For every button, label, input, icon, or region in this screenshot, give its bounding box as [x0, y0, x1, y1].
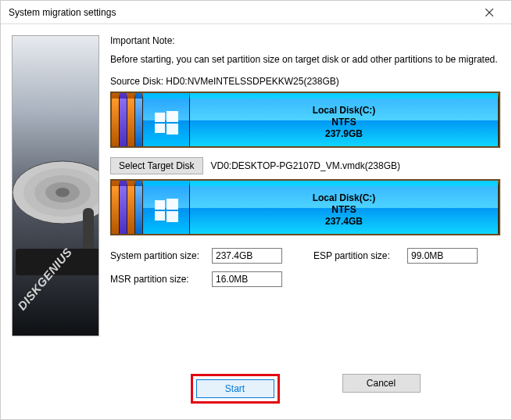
- windows-icon: [153, 109, 180, 136]
- select-target-button[interactable]: Select Target Disk: [110, 157, 203, 174]
- target-disk-label: VD0:DESKTOP-PG2107D_VM.vmdk(238GB): [211, 160, 401, 171]
- size-fields: System partition size: ESP partition siz…: [110, 248, 500, 287]
- partition-segment: [112, 181, 120, 234]
- windows-partition-icon: [143, 181, 190, 234]
- dialog-buttons: Start Cancel: [110, 374, 500, 410]
- svg-rect-11: [155, 124, 165, 133]
- system-size-input[interactable]: [212, 248, 282, 264]
- svg-rect-16: [166, 211, 178, 222]
- svg-rect-9: [155, 113, 165, 122]
- svg-point-6: [55, 188, 70, 197]
- partition-size: 237.9GB: [325, 128, 363, 140]
- partition-segment: [127, 181, 135, 234]
- titlebar: System migration settings: [1, 1, 511, 24]
- source-disk-label: Source Disk: HD0:NVMeINTELSSDPEKKW25(238…: [110, 76, 500, 87]
- close-button[interactable]: [474, 1, 505, 23]
- msr-size-label: MSR partition size:: [110, 274, 212, 285]
- window-title: System migration settings: [9, 7, 474, 18]
- note-text: Before starting, you can set partition s…: [110, 54, 500, 65]
- svg-rect-10: [166, 111, 178, 122]
- partition-segment: [135, 93, 143, 146]
- esp-size-label: ESP partition size:: [313, 250, 407, 261]
- start-button[interactable]: Start: [196, 379, 274, 398]
- esp-size-input[interactable]: [407, 248, 478, 264]
- start-highlight: Start: [191, 374, 280, 404]
- msr-size-input[interactable]: [212, 271, 282, 287]
- partition-segment: [127, 93, 135, 146]
- partition-name: Local Disk(C:): [313, 192, 376, 204]
- partition-fs: NTFS: [331, 117, 356, 128]
- target-main-partition: Local Disk(C:) NTFS 237.4GB: [190, 181, 499, 234]
- system-size-label: System partition size:: [110, 250, 212, 261]
- main-panel: Important Note: Before starting, you can…: [99, 35, 500, 410]
- svg-rect-14: [166, 199, 178, 210]
- content-area: DISKGENIUS Important Note: Before starti…: [1, 24, 511, 419]
- target-disk-bar[interactable]: Local Disk(C:) NTFS 237.4GB: [110, 179, 500, 235]
- close-icon: [485, 9, 493, 16]
- svg-rect-12: [166, 124, 178, 135]
- target-row: Select Target Disk VD0:DESKTOP-PG2107D_V…: [110, 157, 500, 174]
- cancel-button[interactable]: Cancel: [342, 374, 421, 393]
- partition-segment: [112, 93, 120, 146]
- source-main-partition: Local Disk(C:) NTFS 237.9GB: [190, 93, 499, 146]
- partition-segment: [135, 181, 143, 234]
- partition-segment: [120, 93, 127, 146]
- partition-segment: [120, 181, 127, 234]
- sidebar-image: DISKGENIUS: [12, 35, 99, 336]
- windows-partition-icon: [143, 93, 190, 146]
- windows-icon: [153, 197, 180, 224]
- note-title: Important Note:: [110, 35, 500, 46]
- svg-rect-15: [155, 211, 165, 221]
- partition-name: Local Disk(C:): [313, 105, 376, 117]
- partition-fs: NTFS: [331, 204, 356, 216]
- source-disk-bar[interactable]: Local Disk(C:) NTFS 237.9GB: [110, 92, 500, 148]
- partition-size: 237.4GB: [325, 216, 363, 228]
- svg-rect-13: [155, 200, 165, 210]
